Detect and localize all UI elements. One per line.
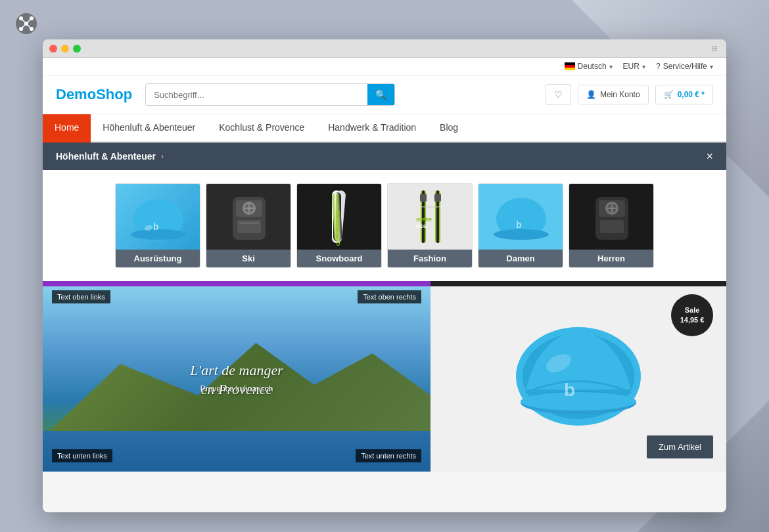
svg-rect-42 (600, 220, 624, 233)
svg-text:SNOWBOARD: SNOWBOARD (335, 210, 341, 246)
logo-black: Demo (56, 86, 96, 102)
category-damen[interactable]: b Damen (478, 183, 563, 268)
maximize-button[interactable] (73, 45, 81, 53)
ski-image (206, 184, 291, 250)
search-bar: 🔍 (145, 83, 395, 106)
main-content: L'art de mangeren Provence Provence kuli… (43, 281, 726, 472)
currency-label: EUR (623, 62, 640, 71)
cart-price: 0,00 € * (678, 90, 705, 99)
header-actions: ♡ 👤 Mein Konto 🛒 0,00 € * (546, 84, 713, 105)
cart-button[interactable]: 🛒 0,00 € * (655, 85, 713, 104)
snowboard-label: Snowboard (297, 250, 381, 267)
dropdown-close-button[interactable]: × (706, 150, 713, 162)
service-link[interactable]: ? Service/Hilfe ▾ (656, 62, 713, 71)
purple-accent-bar (43, 281, 431, 286)
ausrustung-image: b (116, 184, 200, 250)
svg-text:b: b (516, 219, 522, 230)
svg-rect-19 (239, 222, 259, 224)
zum-artikel-button[interactable]: Zum Artikel (647, 435, 713, 458)
search-icon: 🔍 (375, 89, 386, 100)
svg-point-46 (521, 392, 636, 410)
fashion-image: SUPER RIDE (388, 184, 473, 250)
category-grid: b Ausrüstung Ski (43, 170, 726, 281)
sale-badge: Sale 14,95 € (671, 294, 713, 336)
cart-icon: 🛒 (664, 90, 674, 99)
ski-label: Ski (206, 250, 291, 267)
account-button[interactable]: 👤 Mein Konto (578, 85, 649, 104)
nav-item-home[interactable]: Home (43, 114, 91, 143)
heart-icon: ♡ (554, 89, 563, 100)
nav-bar: Home Höhenluft & Abenteuer Kochlust & Pr… (43, 114, 726, 143)
logo[interactable]: DemoShop (56, 86, 132, 103)
window-control-icon: ⊟ (709, 43, 720, 54)
wishlist-button[interactable]: ♡ (546, 84, 571, 105)
category-ski[interactable]: Ski (206, 183, 291, 268)
fashion-label: Fashion (388, 250, 472, 267)
currency-selector[interactable]: EUR ▾ (623, 62, 645, 71)
utility-bar: Deutsch ▾ EUR ▾ ? Service/Hilfe ▾ (43, 58, 726, 76)
category-herren[interactable]: Herren (569, 183, 654, 268)
product-hat-image: b (506, 317, 651, 435)
nav-item-kochlust[interactable]: Kochlust & Provence (207, 114, 316, 143)
svg-point-36 (494, 229, 549, 240)
titlebar-controls: ⊟ (709, 43, 720, 54)
product-panel: Sale 14,95 € b (431, 281, 726, 472)
header: DemoShop 🔍 ♡ 👤 Mein Konto 🛒 0,00 € * (43, 76, 726, 114)
promo-text-bottom-right[interactable]: Text unten rechts (356, 449, 421, 462)
landscape-image: L'art de mangeren Provence Provence kuli… (43, 286, 431, 472)
language-label: Deutsch (578, 62, 607, 71)
svg-text:RIDE: RIDE (416, 224, 427, 229)
category-ausrustung[interactable]: b Ausrüstung (115, 183, 200, 268)
category-fashion[interactable]: SUPER RIDE Fashion (387, 183, 473, 268)
dropdown-chevron-icon: › (161, 152, 164, 161)
herren-label: Herren (569, 250, 653, 267)
svg-rect-31 (434, 194, 441, 202)
sale-label: Sale (685, 305, 700, 315)
logo-blue: Shop (96, 86, 132, 102)
search-input[interactable] (146, 85, 367, 105)
svg-text:SUPER: SUPER (416, 217, 432, 222)
nav-item-hoehenluft[interactable]: Höhenluft & Abenteuer (91, 114, 207, 143)
ausrustung-label: Ausrüstung (116, 250, 200, 267)
dropdown-menu: Höhenluft & Abenteuer › × (43, 143, 726, 170)
svg-rect-30 (420, 194, 427, 202)
damen-label: Damen (478, 250, 563, 267)
service-label: Service/Hilfe (663, 62, 707, 71)
dropdown-header: Höhenluft & Abenteuer › (56, 151, 164, 162)
language-selector[interactable]: Deutsch ▾ (565, 62, 613, 71)
titlebar: ⊟ (43, 39, 726, 58)
damen-image: b (478, 184, 563, 250)
minimize-button[interactable] (61, 45, 69, 53)
svg-text:b: b (564, 380, 575, 400)
browser-window: ⊟ Deutsch ▾ EUR ▾ ? Service/Hilfe ▾ Demo… (43, 39, 726, 512)
promo-subtitle: Provence kulinarisch (200, 384, 273, 393)
category-snowboard[interactable]: SNOWBOARD Snowboard (296, 183, 382, 268)
nav-item-blog[interactable]: Blog (428, 114, 470, 143)
close-button[interactable] (49, 45, 57, 53)
dark-accent-bar (431, 281, 726, 286)
herren-image (569, 184, 654, 250)
snowboard-image: SNOWBOARD (297, 184, 382, 250)
service-chevron-icon: ▾ (710, 63, 713, 70)
search-button[interactable]: 🔍 (367, 84, 394, 105)
svg-text:b: b (153, 221, 159, 232)
app-icon (14, 12, 38, 35)
promo-banner: L'art de mangeren Provence Provence kuli… (43, 281, 431, 472)
currency-chevron-icon: ▾ (642, 63, 645, 70)
promo-text-bottom-left[interactable]: Text unten links (52, 449, 112, 462)
german-flag-icon (565, 62, 575, 70)
dropdown-title: Höhenluft & Abenteuer (56, 151, 156, 162)
help-icon: ? (656, 62, 661, 71)
sale-price: 14,95 € (680, 315, 705, 325)
promo-text-top-right[interactable]: Text oben rechts (358, 290, 421, 303)
account-label: Mein Konto (600, 90, 640, 99)
user-icon: 👤 (586, 90, 596, 99)
nav-item-handwerk[interactable]: Handwerk & Tradition (316, 114, 428, 143)
language-chevron-icon: ▾ (609, 63, 613, 70)
promo-text-top-left[interactable]: Text oben links (52, 290, 110, 303)
